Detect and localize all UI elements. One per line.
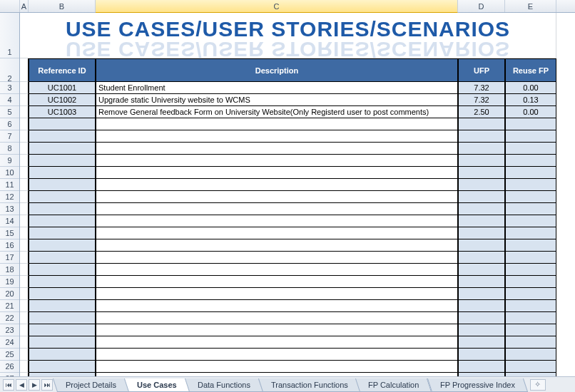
col-header-B[interactable]: B [29, 0, 96, 12]
cell-ref-id[interactable] [29, 252, 96, 264]
spacer-cell[interactable] [20, 312, 29, 324]
cell-ufp[interactable] [458, 336, 505, 349]
cell-reuse-fp[interactable] [505, 349, 556, 361]
spacer-cell[interactable] [20, 143, 29, 155]
cell-ufp[interactable] [458, 324, 505, 336]
sheet-tab[interactable]: FP Calculation [355, 378, 432, 392]
cell-description[interactable] [96, 239, 458, 252]
spacer-cell[interactable] [20, 361, 29, 373]
spacer-cell[interactable] [20, 239, 29, 252]
cell-ref-id[interactable] [29, 361, 96, 373]
cell-ref-id[interactable] [29, 118, 96, 130]
col-header-C[interactable]: C [96, 0, 458, 13]
col-reuse-fp[interactable]: Reuse FP [505, 58, 556, 82]
spacer-cell[interactable] [20, 324, 29, 336]
cell-ufp[interactable] [458, 239, 505, 252]
cell-reuse-fp[interactable]: 0.00 [505, 82, 556, 94]
cell-ref-id[interactable] [29, 130, 96, 143]
cell-ref-id[interactable] [29, 191, 96, 203]
cell-ufp[interactable] [458, 118, 505, 130]
row-header[interactable]: 13 [0, 203, 19, 215]
cell-ref-id[interactable] [29, 215, 96, 227]
spacer-cell[interactable] [20, 264, 29, 276]
cell-ufp[interactable] [458, 167, 505, 179]
sheet-tab[interactable]: Use Cases [124, 378, 190, 392]
cell-ref-id[interactable] [29, 300, 96, 312]
tab-nav-next[interactable]: ▶ [29, 379, 40, 391]
spacer-cell[interactable] [20, 227, 29, 239]
row-header[interactable]: 15 [0, 227, 19, 239]
cell-description[interactable] [96, 155, 458, 167]
row-header[interactable]: 26 [0, 361, 19, 373]
cell-ufp[interactable] [458, 179, 505, 191]
cell-reuse-fp[interactable] [505, 324, 556, 336]
cell-reuse-fp[interactable] [505, 130, 556, 143]
row-header[interactable]: 9 [0, 155, 19, 167]
cell-ref-id[interactable] [29, 288, 96, 300]
spacer-cell[interactable] [20, 203, 29, 215]
cell-description[interactable] [96, 143, 458, 155]
cell-ufp[interactable] [458, 191, 505, 203]
row-header[interactable]: 5 [0, 106, 19, 118]
cell-ref-id[interactable] [29, 336, 96, 349]
cell-description[interactable] [96, 264, 458, 276]
cell-ufp[interactable] [458, 264, 505, 276]
spacer-cell[interactable] [20, 155, 29, 167]
cell-reuse-fp[interactable] [505, 336, 556, 349]
cell-reuse-fp[interactable] [505, 361, 556, 373]
row-header[interactable]: 10 [0, 167, 19, 179]
cell-ref-id[interactable] [29, 239, 96, 252]
cell-ufp[interactable] [458, 143, 505, 155]
cell-description[interactable] [96, 191, 458, 203]
cell-description[interactable] [96, 312, 458, 324]
cell-ref-id[interactable] [29, 143, 96, 155]
cell-description[interactable]: Remove General feedback Form on Universi… [96, 106, 458, 118]
cell-ufp[interactable] [458, 300, 505, 312]
cell-ref-id[interactable] [29, 167, 96, 179]
cell-reuse-fp[interactable] [505, 252, 556, 264]
cell-description[interactable] [96, 324, 458, 336]
cell-reuse-fp[interactable] [505, 155, 556, 167]
sheet-tab[interactable]: Project Details [53, 378, 129, 392]
cell-ref-id[interactable] [29, 312, 96, 324]
cell-ufp[interactable] [458, 155, 505, 167]
cell-ref-id[interactable] [29, 227, 96, 239]
cell-description[interactable] [96, 203, 458, 215]
row-header[interactable]: 20 [0, 288, 19, 300]
row-header[interactable]: 16 [0, 239, 19, 252]
cell-ufp[interactable] [458, 276, 505, 288]
cell-ref-id[interactable]: UC1001 [29, 82, 96, 94]
spacer-cell[interactable] [20, 106, 29, 118]
cell-ufp[interactable]: 2.50 [458, 106, 505, 118]
cell-reuse-fp[interactable] [505, 143, 556, 155]
cell-ufp[interactable] [458, 349, 505, 361]
insert-sheet-button[interactable]: ✧ [530, 379, 546, 391]
spacer-cell[interactable] [20, 94, 29, 106]
cell-ufp[interactable] [458, 130, 505, 143]
spacer-cell[interactable] [20, 191, 29, 203]
cell-reuse-fp[interactable] [505, 215, 556, 227]
row-header[interactable]: 11 [0, 179, 19, 191]
cell-description[interactable] [96, 252, 458, 264]
cell-description[interactable] [96, 336, 458, 349]
cell-reuse-fp[interactable] [505, 300, 556, 312]
col-description[interactable]: Description [96, 58, 458, 82]
row-header[interactable]: 12 [0, 191, 19, 203]
cell-description[interactable] [96, 130, 458, 143]
cell-description[interactable]: Student Enrollment [96, 82, 458, 94]
cell-description[interactable] [96, 300, 458, 312]
cell-ufp[interactable] [458, 252, 505, 264]
spacer-cell[interactable] [20, 349, 29, 361]
row-header[interactable]: 23 [0, 324, 19, 336]
spacer-cell[interactable] [20, 167, 29, 179]
cell-reuse-fp[interactable] [505, 239, 556, 252]
row-header-1[interactable]: 1 [0, 13, 19, 58]
cell-ref-id[interactable] [29, 155, 96, 167]
cell-ufp[interactable] [458, 361, 505, 373]
cell-description[interactable] [96, 215, 458, 227]
sheet-tab[interactable]: FP Progressive Index [427, 378, 528, 392]
row-header-2[interactable]: 2 [0, 58, 19, 82]
cell-ufp[interactable]: 7.32 [458, 82, 505, 94]
cell-description[interactable] [96, 167, 458, 179]
tab-nav-last[interactable]: ⏭ [41, 379, 53, 391]
